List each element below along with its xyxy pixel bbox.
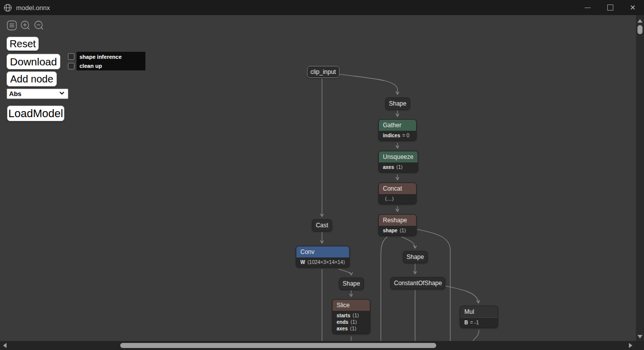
graph-node-conv[interactable]: ConvW⟨1024×3×14×14⟩ xyxy=(296,246,350,268)
attribute-name: W xyxy=(300,259,305,265)
node-attribute: shape⟨1⟩ xyxy=(379,227,416,234)
attribute-value: ⟨1024×3×14×14⟩ xyxy=(307,259,345,265)
graph-node-slice[interactable]: Slicestarts⟨1⟩ends⟨1⟩axes⟨1⟩ xyxy=(332,299,370,334)
minimize-icon xyxy=(585,8,591,8)
attribute-value: ⟨1⟩ xyxy=(396,164,403,170)
graph-node-constantofshape[interactable]: ConstantOfShape xyxy=(390,277,445,289)
graph-node-shape_2[interactable]: Shape xyxy=(339,278,364,290)
node-title: Shape xyxy=(386,98,410,109)
shape-inference-label: shape inference xyxy=(76,52,145,61)
attribute-value: ⟨1⟩ xyxy=(350,319,357,325)
attribute-name: axes xyxy=(383,164,394,170)
node-title: Cast xyxy=(312,220,332,231)
node-attribute: B= -1 xyxy=(460,319,498,326)
attribute-value: ⟨1⟩ xyxy=(399,228,406,233)
attribute-value: ⟨1⟩ xyxy=(352,313,359,318)
graph-node-clip_input[interactable]: clip_input xyxy=(307,66,340,78)
node-title: Concat xyxy=(379,183,416,194)
node-attributes: axes⟨1⟩ xyxy=(379,162,418,172)
node-attributes: shape⟨1⟩ xyxy=(379,226,416,235)
scroll-right-icon[interactable] xyxy=(629,343,632,348)
node-attribute: ends⟨1⟩ xyxy=(333,319,370,325)
zoom-out-button[interactable] xyxy=(34,21,44,32)
node-attributes: starts⟨1⟩ends⟨1⟩axes⟨1⟩ xyxy=(333,311,370,333)
node-title: Reshape xyxy=(379,215,416,226)
node-title: clip_input xyxy=(307,66,339,77)
zoom-in-button[interactable] xyxy=(20,21,31,32)
attribute-value: = 0 xyxy=(402,133,409,138)
reset-button[interactable]: Reset xyxy=(7,37,39,51)
maximize-icon xyxy=(607,5,613,11)
globe-icon xyxy=(4,4,12,12)
node-attributes: B= -1 xyxy=(460,317,498,327)
attribute-name: axes xyxy=(337,326,348,331)
graph-node-unsqueeze[interactable]: Unsqueezeaxes⟨1⟩ xyxy=(378,151,418,172)
close-icon: ✕ xyxy=(630,4,636,11)
node-title: Unsqueeze xyxy=(379,151,418,162)
op-select[interactable]: Abs xyxy=(7,89,68,99)
download-button[interactable]: Download xyxy=(7,54,60,69)
window-title: model.onnx xyxy=(16,4,50,12)
node-attribute: ⟨…⟩ xyxy=(379,196,416,202)
attribute-value: = -1 xyxy=(470,320,479,325)
view-toolbar xyxy=(7,21,44,32)
menu-button[interactable] xyxy=(7,21,17,32)
scroll-down-icon[interactable] xyxy=(637,335,642,338)
load-model-button[interactable]: LoadModel xyxy=(7,106,64,121)
attribute-name: ends xyxy=(337,319,348,325)
node-title: Shape xyxy=(340,278,363,289)
horizontal-scroll-thumb[interactable] xyxy=(120,343,436,348)
node-attributes: W⟨1024×3×14×14⟩ xyxy=(296,257,349,267)
node-title: Slice xyxy=(333,300,370,311)
horizontal-scrollbar[interactable] xyxy=(0,341,644,350)
node-attribute: axes⟨1⟩ xyxy=(333,325,370,332)
graph-node-shape_3[interactable]: Shape xyxy=(403,251,428,263)
node-title: Gather xyxy=(379,120,416,131)
scroll-left-icon[interactable] xyxy=(3,343,7,348)
attribute-name: shape xyxy=(383,228,397,233)
attribute-name: B xyxy=(464,320,468,325)
add-node-button[interactable]: Add node xyxy=(7,71,57,86)
graph-node-reshape[interactable]: Reshapeshape⟨1⟩ xyxy=(378,214,417,236)
node-attribute: W⟨1024×3×14×14⟩ xyxy=(296,259,349,266)
vertical-scrollbar[interactable] xyxy=(636,15,644,341)
clean-up-label: clean up xyxy=(76,61,145,70)
node-attribute: axes⟨1⟩ xyxy=(379,164,418,170)
node-attributes: ⟨…⟩ xyxy=(379,194,416,204)
node-attribute: indices= 0 xyxy=(379,132,416,139)
maximize-button[interactable] xyxy=(599,0,621,15)
attribute-name: starts xyxy=(337,313,350,318)
attribute-name: indices xyxy=(383,133,400,138)
zoom-out-icon xyxy=(34,20,44,33)
graph-node-shape_1[interactable]: Shape xyxy=(385,98,410,110)
graph-canvas[interactable]: clip_inputShapeGatherindices= 0Unsqueeze… xyxy=(0,15,636,341)
zoom-in-icon xyxy=(20,20,31,33)
scroll-up-icon[interactable] xyxy=(637,19,642,23)
node-title: ConstantOfShape xyxy=(391,278,445,289)
shape-inference-checkbox[interactable] xyxy=(68,53,74,60)
clean-up-checkbox[interactable] xyxy=(68,63,74,69)
close-button[interactable]: ✕ xyxy=(621,0,644,15)
attribute-value: ⟨1⟩ xyxy=(350,326,356,331)
attribute-value: ⟨…⟩ xyxy=(385,196,394,202)
graph-node-concat[interactable]: Concat⟨…⟩ xyxy=(378,183,417,204)
hamburger-icon xyxy=(7,20,17,33)
node-attribute: starts⟨1⟩ xyxy=(333,312,370,319)
node-title: Mul xyxy=(460,306,498,317)
graph-node-cast[interactable]: Cast xyxy=(312,219,332,231)
titlebar: model.onnx ✕ xyxy=(0,0,644,15)
graph-node-mul[interactable]: MulB= -1 xyxy=(460,306,498,328)
node-attributes: indices= 0 xyxy=(379,131,416,140)
graph-node-gather[interactable]: Gatherindices= 0 xyxy=(378,119,417,141)
vertical-scroll-thumb[interactable] xyxy=(637,25,642,34)
minimize-button[interactable] xyxy=(576,0,599,15)
node-title: Shape xyxy=(404,251,427,262)
node-title: Conv xyxy=(296,246,349,257)
